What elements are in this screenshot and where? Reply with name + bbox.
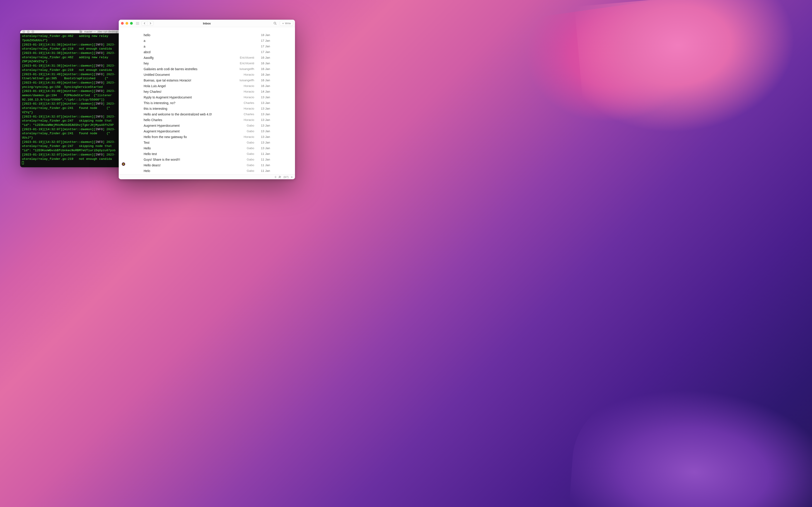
inbox-list: hello18 Jana17 Jana17 Janabcd17 JanAasdf… [144, 32, 270, 174]
write-button[interactable]: + Write [280, 21, 293, 26]
inbox-row-title: Helo [144, 169, 233, 173]
inbox-row[interactable]: this is interestingHoracio13 Jan [144, 106, 270, 111]
inbox-row[interactable]: Buenas, que tal estamos Horacio!luisange… [144, 77, 270, 83]
inbox-row-date: 16 Jan [257, 84, 270, 88]
inbox-row-date: 14 Jan [257, 90, 270, 93]
inbox-row-title: This is interesting, no? [144, 101, 233, 105]
search-icon [273, 22, 276, 25]
nav-group [141, 21, 154, 26]
traffic-min-icon[interactable] [27, 30, 30, 33]
inbox-row-author: Gabo [233, 147, 257, 150]
inbox-row[interactable]: Hello testGabo11 Jan [144, 151, 270, 157]
traffic-min-icon[interactable] [125, 22, 128, 25]
inbox-row[interactable]: Hola Luis AngelHoracio16 Jan [144, 83, 270, 89]
write-label: Write [285, 22, 291, 25]
plus-icon: + [282, 22, 284, 25]
status-ratio: (0/7) [284, 176, 289, 178]
app-window[interactable]: Inbox + Write hello18 Jana17 Jana17 Jana… [119, 20, 295, 179]
inbox-row-author: Horacio [233, 84, 257, 88]
app-logo-icon[interactable] [120, 161, 127, 168]
app-titlebar[interactable]: Inbox + Write [119, 20, 295, 27]
inbox-row[interactable]: This is interesting, no?Charles13 Jan [144, 100, 270, 106]
inbox-row-author: Gabo [233, 163, 257, 167]
traffic-max-icon[interactable] [130, 22, 133, 25]
inbox-row-date: 13 Jan [257, 118, 270, 121]
inbox-row-date: 16 Jan [257, 73, 270, 76]
inbox-row[interactable]: Augment HyperdocumentGabo13 Jan [144, 123, 270, 128]
inbox-row-title: Hello test [144, 152, 233, 156]
inbox-row-title: hey Charles! [144, 90, 233, 94]
inbox-row-author: luisangelfh [233, 78, 257, 82]
nav-forward-button[interactable] [148, 21, 153, 25]
traffic-close-icon[interactable] [121, 22, 124, 25]
inbox-row-author: Horacio [233, 135, 257, 138]
inbox-row-author: luisangelfh [233, 67, 257, 71]
inbox-row[interactable]: Guys! Share is the word!!!Gabo11 Jan [144, 157, 270, 162]
inbox-row-date: 11 Jan [257, 163, 270, 167]
inbox-row-author: Horacio [233, 73, 257, 76]
nav-back-button[interactable] [142, 21, 148, 25]
inbox-row[interactable]: Augment HyperdocumentGabo13 Jan [144, 128, 270, 134]
inbox-row-date: 17 Jan [257, 39, 270, 42]
inbox-row-title: Aasdfg [144, 56, 233, 60]
inbox-row[interactable]: hello18 Jan [144, 32, 270, 38]
inbox-row-title: Ryply to Augment Hyperdocument [144, 96, 233, 99]
inbox-row[interactable]: a17 Jan [144, 38, 270, 44]
inbox-row-title: abcd [144, 50, 233, 54]
inbox-row[interactable]: HeloGabo11 Jan [144, 168, 270, 174]
inbox-row[interactable]: Hello and welcome to the decentralized w… [144, 111, 270, 117]
sidebar-icon [136, 22, 139, 25]
inbox-row[interactable]: hello CharlesHoracio13 Jan [144, 117, 270, 123]
inbox-row[interactable]: heyEricVicenti16 Jan [144, 60, 270, 66]
inbox-row-title: Buenas, que tal estamos Horacio! [144, 78, 233, 82]
status-add-button[interactable]: + [291, 175, 293, 179]
inbox-row[interactable]: Ryply to Augment HyperdocumentHoracio13 … [144, 94, 270, 100]
inbox-row[interactable]: a17 Jan [144, 44, 270, 49]
traffic-close-icon[interactable] [22, 30, 25, 33]
inbox-row[interactable]: hey Charles!Horacio14 Jan [144, 89, 270, 94]
inbox-row[interactable]: abcd17 Jan [144, 49, 270, 55]
inbox-row-title: Augment Hyperdocument [144, 124, 233, 127]
sidebar-toggle-button[interactable] [135, 21, 140, 26]
inbox-row-date: 13 Jan [257, 96, 270, 99]
inbox-row-title: a [144, 39, 233, 43]
inbox-row-date: 13 Jan [257, 141, 270, 144]
inbox-row-author: EricVicenti [233, 62, 257, 65]
inbox-row-title: Hello [144, 147, 233, 150]
inbox-row-author: Gabo [233, 129, 257, 133]
search-button[interactable] [272, 21, 277, 26]
chevron-right-icon [150, 22, 151, 24]
traffic-max-icon[interactable] [32, 30, 34, 33]
inbox-row-title: Test [144, 141, 233, 145]
inbox-row-author: Charles [233, 112, 257, 116]
inbox-row-date: 11 Jan [257, 169, 270, 172]
inbox-row[interactable]: HelloGabo13 Jan [144, 145, 270, 151]
inbox-row[interactable]: Hello from the new gateway fixHoracio13 … [144, 134, 270, 139]
svg-point-3 [274, 22, 276, 24]
inbox-row-date: 13 Jan [257, 124, 270, 127]
svg-point-12 [280, 176, 281, 177]
inbox-row-author: Horacio [233, 118, 257, 121]
inbox-row[interactable]: Hello dears!Gabo11 Jan [144, 162, 270, 168]
inbox-row-title: Augment Hyperdocument [144, 129, 233, 133]
inbox-row-date: 17 Jan [257, 45, 270, 48]
inbox-row-title: Hello from the new gateway fix [144, 135, 233, 139]
inbox-row[interactable]: Galàxies amb codi de barres iestrelleslu… [144, 66, 270, 72]
inbox-row-title: Hello dears! [144, 163, 233, 167]
inbox-row-title: hey [144, 62, 233, 65]
inbox-row-date: 17 Jan [257, 50, 270, 54]
inbox-row[interactable]: TestGabo13 Jan [144, 139, 270, 145]
inbox-row-author: Horacio [233, 107, 257, 110]
app-body[interactable]: hello18 Jana17 Jana17 Janabcd17 JanAasdf… [119, 27, 295, 174]
inbox-row-author: Horacio [233, 96, 257, 99]
inbox-row-date: 13 Jan [257, 112, 270, 116]
inbox-row-title: Guys! Share is the word!!! [144, 158, 233, 161]
inbox-row-date: 13 Jan [257, 135, 270, 138]
svg-line-4 [275, 24, 276, 25]
chevron-left-icon [144, 22, 145, 24]
inbox-row[interactable]: Untitled DocumentHoracio16 Jan [144, 72, 270, 77]
inbox-row[interactable]: AasdfgEricVicenti16 Jan [144, 55, 270, 60]
inbox-row-title: this is interesting [144, 107, 233, 110]
inbox-row-date: 13 Jan [257, 147, 270, 150]
inbox-row-date: 16 Jan [257, 78, 270, 82]
